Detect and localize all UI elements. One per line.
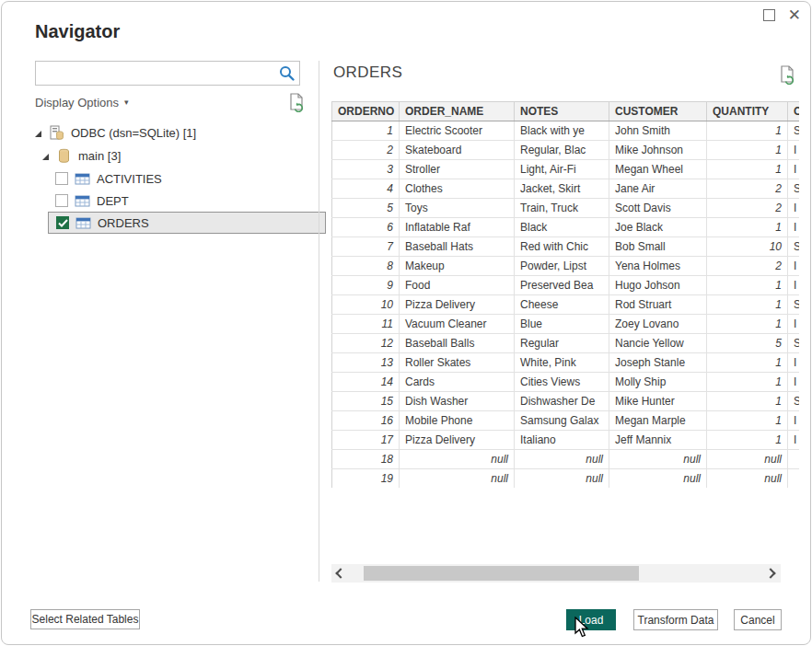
cancel-button[interactable]: Cancel <box>734 609 782 630</box>
transform-data-button[interactable]: Transform Data <box>633 609 718 630</box>
table-row: 5ToysTrain, TruckScott Davis2I <box>332 199 800 218</box>
cell-extra: I <box>788 199 800 218</box>
tree-item-dept[interactable]: DEPT <box>48 190 326 212</box>
close-icon[interactable]: ✕ <box>788 7 801 23</box>
cell-extra: I <box>788 276 800 295</box>
cell-customer: Hugo Johson <box>609 276 707 295</box>
cell-customer: Yena Holmes <box>609 257 707 276</box>
table-row: 12Baseball BallsRegularNancie Yellow5S <box>332 334 800 353</box>
column-header-customer: CUSTOMER <box>609 102 707 121</box>
cell-customer: Jane Air <box>609 179 707 199</box>
cell-notes: Dishwasher De <box>515 392 609 411</box>
navigation-tree: ODBC (dsn=SQLite) [1]main [3]ACTIVITIESD… <box>29 121 326 234</box>
cell-notes: Blue <box>515 315 609 334</box>
cell-qty: 1 <box>707 160 788 179</box>
table-row: 14CardsCities ViewsMolly Ship1I <box>332 373 800 392</box>
checkbox-unchecked[interactable] <box>55 172 68 185</box>
cell-notes: Black <box>515 218 609 237</box>
cell-extra <box>788 469 800 489</box>
cell-notes: Red with Chic <box>515 237 609 257</box>
cell-no: 18 <box>332 450 400 469</box>
cell-no: 2 <box>332 141 400 160</box>
tree-item-orders[interactable]: ORDERS <box>48 212 326 234</box>
cell-qty: 1 <box>707 373 788 392</box>
cell-notes: Train, Truck <box>515 199 609 218</box>
cell-customer: Megan Marple <box>609 411 707 431</box>
display-options[interactable]: Display Options▾ <box>35 94 304 114</box>
search-icon[interactable] <box>277 63 297 84</box>
scroll-right-icon[interactable] <box>764 565 781 582</box>
cell-qty: null <box>707 469 788 489</box>
cell-qty: 1 <box>707 218 788 237</box>
cell-no: 13 <box>332 353 400 373</box>
cell-notes: Regular, Blac <box>515 141 609 160</box>
checkbox-checked[interactable] <box>56 216 69 229</box>
cell-extra: I <box>788 141 800 160</box>
tree-item-main-3[interactable]: main [3] <box>29 144 326 167</box>
database-icon <box>56 148 72 164</box>
cell-extra: I <box>788 431 800 450</box>
cell-qty: 1 <box>707 121 788 141</box>
cell-extra: I <box>788 160 800 179</box>
cell-extra: I <box>788 218 800 237</box>
table-row: 1Electric ScooterBlack with yeJohn Smith… <box>332 121 800 141</box>
cell-customer: Megan Wheel <box>609 160 707 179</box>
navigator-dialog: ✕ Navigator Display Options▾ ODBC (dsn=S… <box>1 1 811 645</box>
tree-item-label: DEPT <box>97 194 129 208</box>
cell-extra: I <box>788 353 800 373</box>
table-row: 4ClothesJacket, SkirtJane Air2S <box>332 179 800 199</box>
cell-customer: null <box>609 450 707 469</box>
cell-name: Toys <box>400 199 515 218</box>
cell-extra: I <box>788 315 800 334</box>
select-related-tables-button[interactable]: Select Related Tables <box>30 609 140 629</box>
cell-name: Baseball Balls <box>400 334 515 353</box>
cell-name: Makeup <box>400 257 515 276</box>
cell-notes: Black with ye <box>515 121 609 141</box>
cell-extra: S <box>788 179 800 199</box>
load-button[interactable]: Load <box>566 609 616 630</box>
scroll-left-icon[interactable] <box>331 565 348 582</box>
table-icon <box>75 171 90 187</box>
cell-qty: 1 <box>707 392 788 411</box>
cell-no: 12 <box>332 334 400 353</box>
cell-customer: Mike Johnson <box>609 141 707 160</box>
cell-qty: 1 <box>707 411 788 431</box>
table-row: 11Vacuum CleanerBlueZoey Lovano1I <box>332 315 800 334</box>
table-row: 13Roller SkatesWhite, PinkJoseph Stanle1… <box>332 353 800 373</box>
refresh-preview-icon[interactable] <box>778 64 796 85</box>
cell-no: 3 <box>332 160 400 179</box>
cell-extra: S <box>788 334 800 353</box>
table-row: 16Mobile PhoneSamsung GalaxMegan Marple1… <box>332 411 800 431</box>
column-header-notes: NOTES <box>515 102 609 121</box>
cell-extra: I <box>788 373 800 392</box>
cell-name: Skateboard <box>400 141 515 160</box>
maximize-icon[interactable] <box>763 9 775 21</box>
refresh-preview-icon[interactable] <box>287 92 306 112</box>
column-header-quantity: QUANTITY <box>707 102 788 121</box>
cell-name: Cards <box>400 373 515 392</box>
table-icon <box>75 215 91 231</box>
checkbox-unchecked[interactable] <box>55 194 68 207</box>
cell-no: 4 <box>332 179 400 199</box>
page-title: Navigator <box>35 21 120 42</box>
cell-notes: Light, Air-Fi <box>515 160 609 179</box>
cell-qty: 1 <box>707 353 788 373</box>
cell-qty: 1 <box>707 276 788 295</box>
search-input[interactable] <box>36 62 277 85</box>
horizontal-scrollbar[interactable] <box>331 564 781 583</box>
cell-name: Pizza Delivery <box>400 295 515 315</box>
cell-notes: Regular <box>515 334 609 353</box>
cell-notes: Samsung Galax <box>515 411 609 431</box>
cell-name: Baseball Hats <box>400 237 515 257</box>
scrollbar-thumb[interactable] <box>364 566 639 581</box>
cell-notes: Cities Views <box>515 373 609 392</box>
data-preview-table: ORDERNOORDER_NAMENOTESCUSTOMERQUANTITYC … <box>331 101 799 488</box>
table-row: 17Pizza DeliveryItalianoJeff Mannix1I <box>332 431 800 450</box>
tree-item-activities[interactable]: ACTIVITIES <box>48 167 326 190</box>
cell-name: null <box>400 450 515 469</box>
cell-name: Inflatable Raf <box>400 218 515 237</box>
cell-no: 7 <box>332 237 400 257</box>
table-row: 18nullnullnullnull <box>332 450 800 469</box>
cell-customer: Joseph Stanle <box>609 353 707 373</box>
tree-item-odbc-dsn-sqlite-1[interactable]: ODBC (dsn=SQLite) [1] <box>29 121 326 144</box>
